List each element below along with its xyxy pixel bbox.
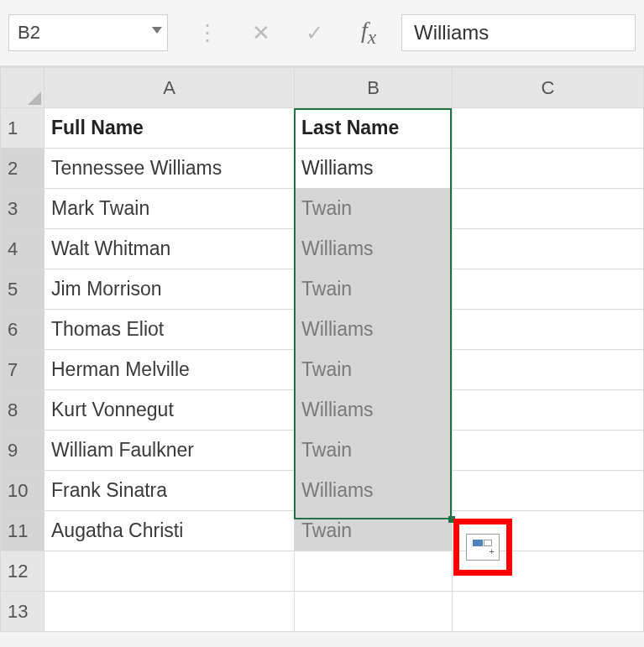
enter-icon[interactable]: ✓ bbox=[301, 20, 329, 46]
cell-A9[interactable]: William Faulkner bbox=[45, 430, 295, 471]
cell-C6[interactable] bbox=[453, 310, 644, 350]
cell-A2[interactable]: Tennessee Williams bbox=[45, 149, 295, 189]
cell-A13[interactable] bbox=[45, 592, 295, 632]
name-box-value: B2 bbox=[18, 22, 40, 44]
highlight-callout: + bbox=[453, 519, 512, 576]
fx-icon[interactable]: fx bbox=[354, 17, 383, 49]
cancel-icon[interactable]: ✕ bbox=[247, 20, 275, 46]
row-header[interactable]: 5 bbox=[1, 269, 45, 310]
row-header[interactable]: 1 bbox=[1, 108, 45, 149]
row-header[interactable]: 12 bbox=[1, 551, 45, 592]
cell-A3[interactable]: Mark Twain bbox=[45, 189, 295, 229]
formula-value: Williams bbox=[414, 21, 489, 44]
vertical-dots-icon: ⋮ bbox=[193, 20, 222, 46]
cell-C7[interactable] bbox=[453, 350, 644, 390]
cell-B5[interactable]: Twain bbox=[295, 269, 453, 310]
autofill-options-icon: + bbox=[473, 540, 493, 555]
grid[interactable]: A B C 1 Full Name Last Name 2 Tennessee … bbox=[0, 67, 644, 632]
cell-A10[interactable]: Frank Sinatra bbox=[45, 471, 295, 511]
cell-C5[interactable] bbox=[453, 269, 644, 310]
cell-A8[interactable]: Kurt Vonnegut bbox=[45, 390, 295, 430]
cell-C10[interactable] bbox=[453, 471, 644, 511]
cell-B13[interactable] bbox=[295, 592, 453, 632]
cell-B1[interactable]: Last Name bbox=[295, 108, 453, 149]
chevron-down-icon[interactable] bbox=[152, 27, 162, 34]
row-header[interactable]: 8 bbox=[1, 390, 45, 430]
cell-B12[interactable] bbox=[295, 551, 453, 592]
row-header[interactable]: 4 bbox=[1, 229, 45, 269]
column-header-B[interactable]: B bbox=[295, 68, 453, 108]
cell-B4[interactable]: Williams bbox=[295, 229, 453, 269]
cell-A4[interactable]: Walt Whitman bbox=[45, 229, 295, 269]
column-header-C[interactable]: C bbox=[453, 68, 644, 108]
row-header[interactable]: 10 bbox=[1, 471, 45, 511]
formula-bar-icons: ⋮ ✕ ✓ fx bbox=[193, 17, 383, 49]
cell-B6[interactable]: Williams bbox=[295, 310, 453, 350]
row-header[interactable]: 9 bbox=[1, 430, 45, 471]
cell-C3[interactable] bbox=[453, 189, 644, 229]
column-header-A[interactable]: A bbox=[45, 68, 295, 108]
select-all-corner[interactable] bbox=[1, 68, 45, 108]
cell-C8[interactable] bbox=[453, 390, 644, 430]
cell-C1[interactable] bbox=[453, 108, 644, 149]
row-header[interactable]: 2 bbox=[1, 149, 45, 189]
cell-B3[interactable]: Twain bbox=[295, 189, 453, 229]
cell-B11[interactable]: Twain bbox=[295, 511, 453, 551]
cell-B9[interactable]: Twain bbox=[295, 430, 453, 471]
cell-B10[interactable]: Williams bbox=[295, 471, 453, 511]
cell-B7[interactable]: Twain bbox=[295, 350, 453, 390]
formula-input[interactable]: Williams bbox=[401, 14, 636, 51]
cell-A6[interactable]: Thomas Eliot bbox=[45, 310, 295, 350]
cell-A11[interactable]: Augatha Christi bbox=[45, 511, 295, 551]
formula-bar: B2 ⋮ ✕ ✓ fx Williams bbox=[0, 0, 644, 67]
cell-A12[interactable] bbox=[45, 551, 295, 592]
row-header[interactable]: 6 bbox=[1, 310, 45, 350]
autofill-options-button[interactable]: + bbox=[466, 534, 500, 561]
cell-C4[interactable] bbox=[453, 229, 644, 269]
row-header[interactable]: 7 bbox=[1, 350, 45, 390]
cell-A1[interactable]: Full Name bbox=[45, 108, 295, 149]
row-header[interactable]: 3 bbox=[1, 189, 45, 229]
cell-B2[interactable]: Williams bbox=[295, 149, 453, 189]
row-header[interactable]: 13 bbox=[1, 592, 45, 632]
cell-A7[interactable]: Herman Melville bbox=[45, 350, 295, 390]
name-box[interactable]: B2 bbox=[8, 14, 168, 51]
cell-C2[interactable] bbox=[453, 149, 644, 189]
spreadsheet: A B C 1 Full Name Last Name 2 Tennessee … bbox=[0, 67, 644, 632]
cell-A5[interactable]: Jim Morrison bbox=[45, 269, 295, 310]
cell-B8[interactable]: Williams bbox=[295, 390, 453, 430]
cell-C13[interactable] bbox=[453, 592, 644, 632]
cell-C9[interactable] bbox=[453, 430, 644, 471]
row-header[interactable]: 11 bbox=[1, 511, 45, 551]
